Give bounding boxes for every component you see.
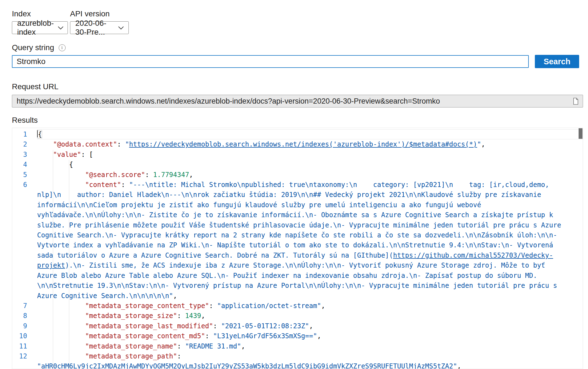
code-segment: : [ xyxy=(81,151,93,158)
request-url-label: Request URL xyxy=(12,82,58,91)
code-segment xyxy=(37,322,85,330)
code-segment: : xyxy=(177,312,185,320)
index-label: Index xyxy=(12,9,31,18)
code-segment: : xyxy=(177,352,185,360)
scrollbar[interactable] xyxy=(578,128,583,369)
line-number: 10 xyxy=(12,331,37,341)
index-select[interactable]: azureblob-index xyxy=(12,21,68,34)
code-segment: , xyxy=(241,342,245,350)
code-segment xyxy=(37,171,85,179)
code-segment xyxy=(37,342,85,350)
code-segment: "aHR0cHM6Ly9jc2IxMDAzMjAwMDYyOGM5M2QyLmJ… xyxy=(37,362,457,369)
code-segment: "metadata_storage_last_modified" xyxy=(85,322,213,330)
code-segment: "metadata_storage_size" xyxy=(85,312,177,320)
code-segment: 1.7794347 xyxy=(153,171,189,179)
code-segment: "content" xyxy=(85,181,121,189)
code-segment xyxy=(37,302,85,310)
code-segment: "@search.score" xyxy=(85,171,145,179)
code-segment: "value" xyxy=(53,151,81,158)
code-segment xyxy=(37,332,85,340)
query-string-label: Query string xyxy=(12,43,54,52)
code-segment: "---\ntitle: Michal Stromko\npublished: … xyxy=(37,181,565,259)
api-version-select-value: 2020-06-30-Pre... xyxy=(75,19,114,37)
code-line[interactable]: 8 "metadata_storage_size": 1439, xyxy=(12,311,583,321)
code-segment: "metadata_storage_name" xyxy=(85,342,177,350)
line-number: 4 xyxy=(12,160,37,170)
code-segment: , xyxy=(481,140,485,148)
code-segment: : xyxy=(177,342,185,350)
code-segment: "metadata_storage_path" xyxy=(85,352,177,360)
code-segment: , xyxy=(173,292,177,300)
copy-icon[interactable] xyxy=(572,97,579,105)
code-line[interactable]: 3 "value": [ xyxy=(12,150,583,160)
line-number: 3 xyxy=(12,150,37,160)
line-number: 12 xyxy=(12,351,37,369)
results-label: Results xyxy=(12,116,38,125)
code-line[interactable]: 6 "content": "---\ntitle: Michal Stromko… xyxy=(12,180,583,301)
code-segment: "2021-05-01T12:08:23Z" xyxy=(221,322,309,330)
code-line[interactable]: 5 "@search.score": 1.7794347, xyxy=(12,170,583,180)
code-segment: "application/octet-stream" xyxy=(217,302,321,310)
request-url-value: https://vedeckydemoblob.search.windows.n… xyxy=(17,97,572,106)
code-segment: , xyxy=(457,362,461,369)
line-number: 2 xyxy=(12,139,37,149)
line-number: 1 xyxy=(12,129,37,139)
code-line[interactable]: 12 "metadata_storage_path": "aHR0cHM6Ly9… xyxy=(12,351,583,369)
line-number: 8 xyxy=(12,311,37,321)
code-segment: "L31yeLn4Gr7dF56x3SmXSg==" xyxy=(213,332,317,340)
code-segment: : xyxy=(117,140,125,148)
text-cursor xyxy=(37,130,38,137)
code-segment: "@odata.context" xyxy=(53,140,117,148)
line-number: 5 xyxy=(12,170,37,180)
code-line[interactable]: 1{ xyxy=(12,129,583,139)
code-segment: : xyxy=(121,181,129,189)
code-segment: , xyxy=(201,312,205,320)
code-segment xyxy=(37,140,53,148)
code-segment xyxy=(37,151,53,158)
code-segment: { xyxy=(38,130,42,138)
code-segment: { xyxy=(37,161,73,168)
code-segment: "metadata_storage_content_type" xyxy=(85,302,209,310)
code-segment: : xyxy=(205,332,213,340)
code-segment: ).\n- Zistili sme, že ACS indexuje iba z… xyxy=(37,262,561,299)
code-segment: " xyxy=(125,140,129,148)
query-input[interactable] xyxy=(12,55,529,68)
code-segment: 1439 xyxy=(185,312,201,320)
code-segment: : xyxy=(209,302,217,310)
code-segment: : xyxy=(145,171,153,179)
code-segment: , xyxy=(317,332,321,340)
code-lines: 1{2 "@odata.context": "https://vedeckyde… xyxy=(12,129,583,369)
api-version-select[interactable]: 2020-06-30-Pre... xyxy=(70,21,129,34)
index-select-value: azureblob-index xyxy=(17,19,54,37)
code-segment xyxy=(37,312,85,320)
code-segment xyxy=(37,352,85,360)
code-line[interactable]: 4 { xyxy=(12,160,583,170)
search-button[interactable]: Search xyxy=(535,55,579,68)
code-line[interactable]: 9 "metadata_storage_last_modified": "202… xyxy=(12,321,583,331)
code-segment: https://vedeckydemoblob.search.windows.n… xyxy=(129,140,477,148)
chevron-down-icon xyxy=(118,26,124,30)
code-line[interactable]: 7 "metadata_storage_content_type": "appl… xyxy=(12,301,583,311)
line-number: 9 xyxy=(12,321,37,331)
code-segment xyxy=(37,181,85,189)
scrollbar-thumb[interactable] xyxy=(579,128,582,139)
line-number: 11 xyxy=(12,341,37,351)
info-icon[interactable] xyxy=(59,44,66,51)
results-editor[interactable]: 1{2 "@odata.context": "https://vedeckyde… xyxy=(12,128,583,369)
api-version-label: API version xyxy=(70,9,110,18)
code-segment: , xyxy=(309,322,313,330)
code-line[interactable]: 10 "metadata_storage_content_md5": "L31y… xyxy=(12,331,583,341)
code-segment: , xyxy=(321,302,325,310)
line-number: 6 xyxy=(12,180,37,301)
code-line[interactable]: 2 "@odata.context": "https://vedeckydemo… xyxy=(12,139,583,149)
line-number: 7 xyxy=(12,301,37,311)
code-segment: " xyxy=(477,140,481,148)
code-segment: : xyxy=(213,322,221,330)
code-line[interactable]: 11 "metadata_storage_name": "README 31.m… xyxy=(12,341,583,351)
request-url-bar: https://vedeckydemoblob.search.windows.n… xyxy=(12,95,583,107)
chevron-down-icon xyxy=(58,26,64,30)
code-segment: "metadata_storage_content_md5" xyxy=(85,332,205,340)
code-segment: "README 31.md" xyxy=(185,342,241,350)
code-segment: , xyxy=(189,171,193,179)
